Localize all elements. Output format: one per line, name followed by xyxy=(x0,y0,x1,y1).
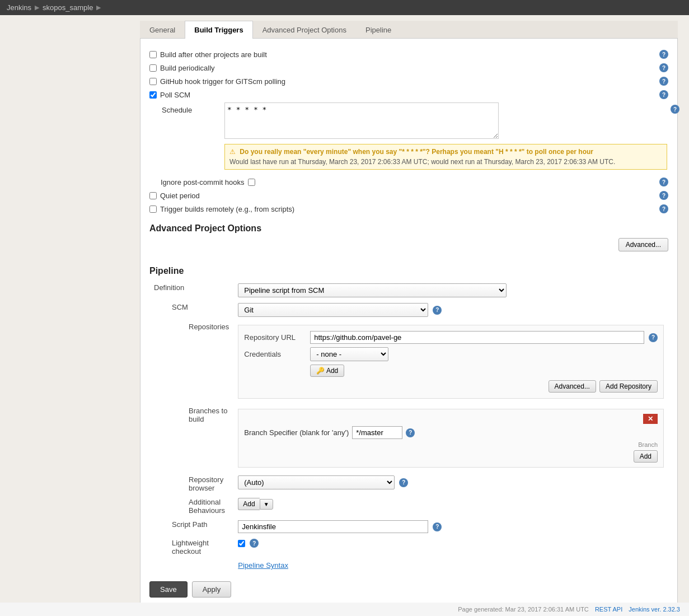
row-repositories: Repositories Repository URL ? Credential… xyxy=(149,320,668,404)
schedule-label: Schedule xyxy=(162,106,192,114)
checkbox-quiet-period[interactable] xyxy=(149,192,157,199)
checkbox-trigger-remote[interactable] xyxy=(149,206,157,213)
remove-branch-button[interactable]: ✕ xyxy=(643,414,658,424)
breadcrumb-bar: Jenkins ▶ skopos_sample ▶ xyxy=(0,0,689,15)
label-build-after: Build after other projects are built xyxy=(160,50,267,59)
bottom-buttons: Save Apply xyxy=(149,572,668,602)
repo-url-input[interactable] xyxy=(310,331,644,344)
field-row-repo-url: Repository URL ? xyxy=(244,331,658,344)
repo-browser-label: Repository browser xyxy=(149,473,233,495)
row-ignore-post-commit: Ignore post-commit hooks ? xyxy=(149,175,668,189)
row-branches: Branches to build ✕ Branch Specifier (bl… xyxy=(149,404,668,473)
label-ignore-post-commit: Ignore post-commit hooks xyxy=(161,178,245,186)
repositories-box: Repository URL ? Credentials - none - xyxy=(238,325,664,399)
warning-title: Do you really mean "every minute" when y… xyxy=(240,148,593,156)
label-github-hook: GitHub hook trigger for GITScm polling xyxy=(160,77,285,86)
help-icon-schedule[interactable]: ? xyxy=(671,105,679,114)
row-trigger-remote: Trigger builds remotely (e.g., from scri… xyxy=(149,202,668,216)
branch-add-button[interactable]: Add xyxy=(634,450,658,463)
script-path-label: Script Path xyxy=(149,517,233,536)
repo-url-label: Repository URL xyxy=(244,333,306,342)
add-repository-button[interactable]: Add Repository xyxy=(599,380,658,393)
help-icon-repo-browser[interactable]: ? xyxy=(399,478,408,487)
row-definition: Definition Pipeline script from SCM xyxy=(149,281,668,300)
help-icon-branch[interactable]: ? xyxy=(406,428,415,437)
repositories-label: Repositories xyxy=(149,320,233,404)
tab-advanced-project-options[interactable]: Advanced Project Options xyxy=(253,21,356,39)
breadcrumb-sep-2: ▶ xyxy=(96,4,101,11)
help-icon-repo-url[interactable]: ? xyxy=(649,333,658,342)
help-icon-poll-scm[interactable]: ? xyxy=(659,90,668,99)
pipeline-table: Definition Pipeline script from SCM SCM … xyxy=(149,281,668,572)
footer-text: Page generated: Mar 23, 2017 2:06:31 AM … xyxy=(458,606,589,613)
label-trigger-remote: Trigger builds remotely (e.g., from scri… xyxy=(160,205,294,213)
branch-specifier-row: Branch Specifier (blank for 'any') ? xyxy=(244,426,658,439)
script-path-input[interactable] xyxy=(238,520,428,533)
main-content: General Build Triggers Advanced Project … xyxy=(0,15,689,616)
checkbox-github-hook[interactable] xyxy=(149,78,157,85)
row-lightweight-checkout: Lightweight checkout ? xyxy=(149,536,668,558)
help-icon-ignore-post-commit[interactable]: ? xyxy=(659,178,668,186)
field-row-credentials: Credentials - none - xyxy=(244,347,658,361)
warning-box: ⚠ Do you really mean "every minute" when… xyxy=(224,144,667,170)
help-icon-scm[interactable]: ? xyxy=(433,306,442,315)
warning-triangle-icon: ⚠ xyxy=(229,148,236,156)
row-build-after: Build after other projects are built ? xyxy=(149,48,668,61)
scm-select[interactable]: Git xyxy=(238,303,428,317)
config-panel: Build after other projects are built ? B… xyxy=(140,39,678,612)
branch-specifier-input[interactable] xyxy=(352,426,402,439)
definition-select[interactable]: Pipeline script from SCM xyxy=(238,283,507,297)
repo-browser-select[interactable]: (Auto) xyxy=(238,475,395,489)
add-credentials-button[interactable]: 🔑 Add xyxy=(310,365,344,377)
tab-build-triggers[interactable]: Build Triggers xyxy=(185,21,252,39)
row-github-hook: GitHub hook trigger for GITScm polling ? xyxy=(149,74,668,88)
add-behaviours-button[interactable]: Add xyxy=(238,498,259,510)
help-icon-script-path[interactable]: ? xyxy=(433,522,442,531)
add-behaviours-arrow[interactable]: ▼ xyxy=(260,499,273,510)
row-build-periodically: Build periodically ? xyxy=(149,61,668,74)
label-poll-scm: Poll SCM xyxy=(160,91,190,99)
help-icon-build-periodically[interactable]: ? xyxy=(659,63,668,72)
advanced-repo-button[interactable]: Advanced... xyxy=(549,380,596,393)
branch-specifier-label: Branch Specifier (blank for 'any') xyxy=(244,428,349,437)
credentials-select[interactable]: - none - xyxy=(310,347,388,361)
apply-button[interactable]: Apply xyxy=(192,581,232,598)
advanced-project-options-heading: Advanced Project Options xyxy=(149,216,668,238)
help-icon-build-after[interactable]: ? xyxy=(659,50,668,59)
checkbox-ignore-post-commit[interactable] xyxy=(248,179,255,186)
schedule-section: Schedule ? ⚠ Do you really mean "every m… xyxy=(149,101,668,171)
schedule-textarea[interactable] xyxy=(224,102,499,139)
branch-column-label: Branch xyxy=(638,441,658,448)
help-icon-github-hook[interactable]: ? xyxy=(659,77,668,86)
checkbox-poll-scm[interactable] xyxy=(149,91,157,99)
row-pipeline-syntax: Pipeline Syntax xyxy=(149,558,668,572)
footer: Page generated: Mar 23, 2017 2:06:31 AM … xyxy=(0,603,689,616)
advanced-button[interactable]: Advanced... xyxy=(618,238,668,251)
tab-bar: General Build Triggers Advanced Project … xyxy=(140,21,678,39)
breadcrumb-project[interactable]: skopos_sample xyxy=(43,3,93,12)
field-row-add-credentials: 🔑 Add xyxy=(244,365,658,377)
tab-general[interactable]: General xyxy=(140,21,185,39)
pipeline-heading: Pipeline xyxy=(149,258,668,281)
pipeline-syntax-link[interactable]: Pipeline Syntax xyxy=(238,561,288,570)
breadcrumb-sep-1: ▶ xyxy=(35,4,39,11)
help-icon-trigger-remote[interactable]: ? xyxy=(659,204,668,213)
help-icon-quiet-period[interactable]: ? xyxy=(659,191,668,200)
label-build-periodically: Build periodically xyxy=(160,64,215,72)
row-scm: SCM Git ? xyxy=(149,300,668,320)
warning-detail: Would last have run at Thursday, March 2… xyxy=(229,158,662,166)
checkbox-lightweight-checkout[interactable] xyxy=(238,540,245,547)
row-additional-behaviours: Additional Behaviours Add ▼ xyxy=(149,495,668,517)
branches-box: ✕ Branch Specifier (blank for 'any') ? B… xyxy=(238,409,664,468)
breadcrumb-jenkins[interactable]: Jenkins xyxy=(7,3,31,12)
row-script-path: Script Path ? xyxy=(149,517,668,536)
rest-api-link[interactable]: REST API xyxy=(595,606,622,613)
tab-pipeline[interactable]: Pipeline xyxy=(356,21,401,39)
save-button[interactable]: Save xyxy=(149,581,188,598)
row-repo-browser: Repository browser (Auto) ? xyxy=(149,473,668,495)
help-icon-lightweight-checkout[interactable]: ? xyxy=(250,539,259,548)
jenkins-version-link[interactable]: Jenkins ver. 2.32.3 xyxy=(629,606,680,613)
checkbox-build-after[interactable] xyxy=(149,51,157,58)
checkbox-build-periodically[interactable] xyxy=(149,64,157,72)
branches-label: Branches to build xyxy=(149,404,233,473)
